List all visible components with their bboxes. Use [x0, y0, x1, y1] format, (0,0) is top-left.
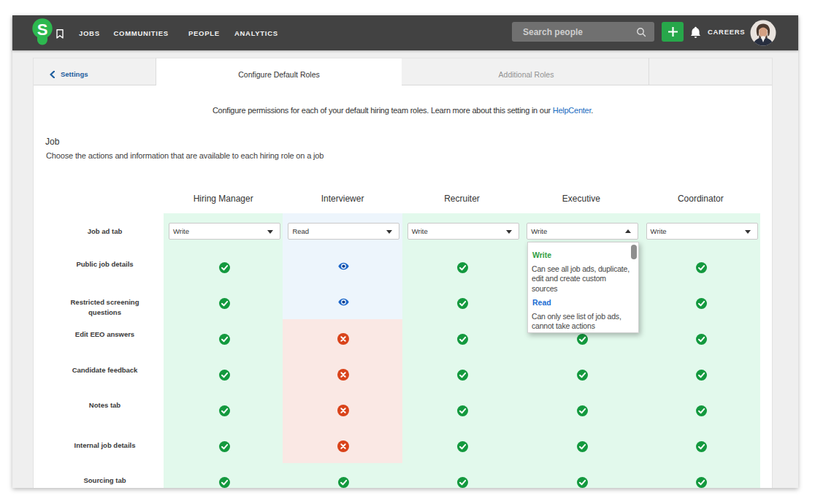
svg-text:S: S: [37, 20, 48, 39]
